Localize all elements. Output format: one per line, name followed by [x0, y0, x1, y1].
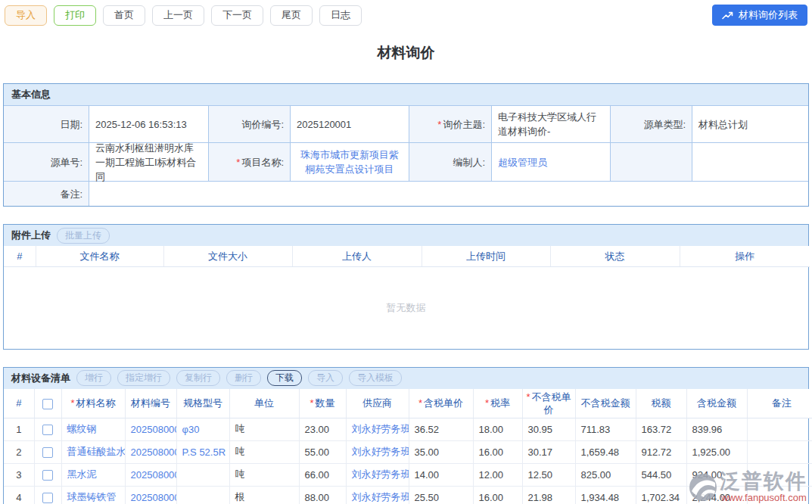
col-header-amount-no-tax: 不含税金额 [575, 389, 636, 418]
cell: 825.00 [575, 463, 636, 486]
material-row: 3黑水泥202508000吨66.00刘永好劳务班组14.0012.0012.5… [4, 463, 812, 486]
col-header-text: 材料名称 [76, 397, 116, 409]
log-button[interactable]: 日志 [319, 5, 362, 26]
material-row: 4球墨铸铁管202508000根88.00刘永好劳务班组25.5016.0021… [4, 486, 812, 504]
material-list-section: 材料设备清单 增行 指定增行 复制行 删行 下载 导入 导入模板 # *材料名称… [3, 367, 809, 504]
col-header-file-name: 文件名称 [36, 246, 163, 266]
col-header-material-name: *材料名称 [61, 389, 125, 418]
cell: 1,925.00 [686, 440, 747, 463]
page-title: 材料询价 [0, 43, 812, 63]
subject-label-text: 询价主题: [443, 117, 485, 132]
cell: 839.96 [686, 418, 747, 440]
insert-row-button[interactable]: 指定增行 [117, 370, 170, 386]
required-mark: * [310, 397, 313, 409]
cell [176, 463, 229, 486]
cell: 16.00 [473, 440, 522, 463]
material-list-header: 材料设备清单 增行 指定增行 复制行 删行 下载 导入 导入模板 [4, 368, 808, 389]
material-table-body: 1螺纹钢202508000φ30吨23.00刘永好劳务班组36.5218.003… [4, 418, 812, 504]
col-header-amount-with-tax: 含税金额 [686, 389, 747, 418]
import-button[interactable]: 导入 [5, 5, 47, 26]
source-type-label: 源单类型: [611, 106, 692, 142]
basic-info-section: 基本信息 日期: 2025-12-06 16:53:13 询价编号: 20251… [3, 83, 809, 207]
cell-link[interactable]: 刘永好劳务班组 [346, 486, 409, 504]
subject-value: 电子科技大学区域人行道材料询价- [492, 106, 610, 142]
trending-up-icon [722, 11, 733, 20]
row-checkbox[interactable] [42, 425, 53, 435]
cell-link[interactable]: 螺纹钢 [61, 418, 125, 440]
remark-value [89, 182, 808, 206]
import-template-button[interactable]: 导入模板 [349, 370, 402, 386]
cell: 544.50 [636, 463, 686, 486]
cell-link[interactable]: 202508000 [125, 418, 176, 440]
cell: 3 [4, 463, 34, 486]
cell: 吨 [229, 440, 299, 463]
attachments-section: 附件上传 批量上传 # 文件名称 文件大小 上传人 上传时间 状态 操作 暂无数… [3, 224, 809, 350]
required-mark: * [418, 397, 422, 409]
cell: 吨 [229, 463, 299, 486]
cell: 1 [4, 418, 34, 440]
download-button[interactable]: 下载 [267, 370, 302, 386]
required-mark: * [437, 117, 441, 132]
col-header-text: 税率 [490, 397, 510, 409]
import-rows-button[interactable]: 导入 [308, 370, 343, 386]
last-page-button[interactable]: 尾页 [270, 5, 313, 26]
material-table: # *材料名称 材料编号 规格型号 单位 *数量 供应商 *含税单价 *税率 *… [4, 389, 812, 504]
material-header-row: # *材料名称 材料编号 规格型号 单位 *数量 供应商 *含税单价 *税率 *… [4, 389, 812, 418]
cell: 35.00 [409, 440, 473, 463]
row-checkbox[interactable] [42, 493, 53, 503]
remark-label: 备注: [4, 182, 89, 206]
cell-link[interactable]: 202508000 [125, 486, 176, 504]
cell-link[interactable]: 202508000 [125, 463, 176, 486]
print-button[interactable]: 打印 [54, 5, 96, 26]
material-row: 1螺纹钢202508000φ30吨23.00刘永好劳务班组36.5218.003… [4, 418, 812, 440]
next-page-button[interactable]: 下一页 [211, 5, 263, 26]
empty-label-cell [611, 143, 692, 181]
checkbox-cell [34, 486, 61, 504]
required-mark: * [526, 391, 530, 403]
col-header-material-code: 材料编号 [125, 389, 176, 418]
empty-state-text: 暂无数据 [387, 301, 426, 315]
col-header-text: 不含税单价 [532, 391, 571, 415]
delete-row-button[interactable]: 删行 [226, 370, 261, 386]
cell: 25.50 [409, 486, 473, 504]
cell: 16.00 [473, 486, 522, 504]
cell-link[interactable]: 刘永好劳务班组 [346, 418, 409, 440]
cell-link[interactable]: 黑水泥 [61, 463, 125, 486]
basic-info-grid: 日期: 2025-12-06 16:53:13 询价编号: 2025120001… [4, 105, 808, 206]
project-label: * 项目名称: [209, 143, 290, 181]
cell: 23.00 [299, 418, 346, 440]
row-checkbox[interactable] [42, 470, 53, 481]
cell-link[interactable]: 球墨铸铁管 [61, 486, 125, 504]
col-header-tax-amount: 税额 [636, 389, 686, 418]
creator-link[interactable]: 超级管理员 [492, 143, 610, 181]
col-header-row-index: # [4, 389, 34, 418]
material-inquiry-list-button[interactable]: 材料询价列表 [712, 5, 807, 26]
project-link[interactable]: 珠海市城市更新项目紫桐苑安置点设计项目 [291, 143, 409, 181]
first-page-button[interactable]: 首页 [103, 5, 145, 26]
cell-link[interactable]: 202508000 [125, 440, 176, 463]
cell-link[interactable]: φ30 [176, 418, 229, 440]
cell-link[interactable]: 刘永好劳务班组 [346, 440, 409, 463]
cell-link[interactable]: 刘永好劳务班组 [346, 463, 409, 486]
select-all-checkbox[interactable] [42, 399, 53, 409]
cell: 4 [4, 486, 34, 504]
col-header-spec-model: 规格型号 [176, 389, 229, 418]
copy-row-button[interactable]: 复制行 [176, 370, 220, 386]
checkbox-cell [34, 440, 61, 463]
cell: 1,702.34 [636, 486, 686, 504]
row-checkbox[interactable] [42, 447, 53, 458]
cell: 30.95 [522, 418, 575, 440]
cell-link[interactable]: 普通硅酸盐水泥 [61, 440, 125, 463]
attachments-title: 附件上传 [11, 229, 51, 242]
project-label-text: 项目名称: [241, 155, 284, 170]
col-header-checkbox [34, 389, 61, 418]
cell: 2,244.00 [686, 486, 747, 504]
batch-upload-button[interactable]: 批量上传 [57, 228, 110, 244]
attachments-empty-area: 暂无数据 [4, 267, 808, 349]
add-row-button[interactable]: 增行 [76, 370, 111, 386]
col-header-text: 数量 [316, 397, 335, 409]
col-header-uploader: 上传人 [292, 246, 422, 266]
creator-label: 编制人: [409, 143, 491, 181]
prev-page-button[interactable]: 上一页 [152, 5, 204, 26]
cell-link[interactable]: P.S 52.5R [176, 440, 229, 463]
